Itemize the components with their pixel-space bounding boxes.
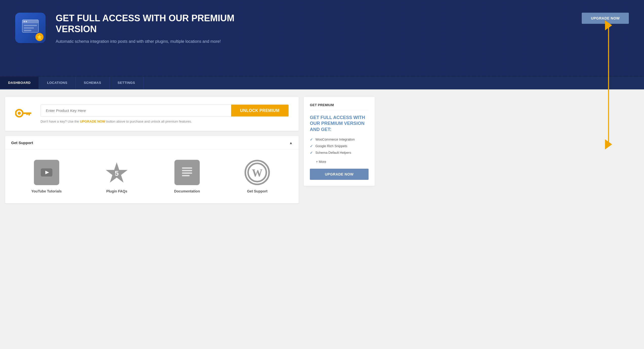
support-grid: YouTube Tutorials 5 Plugin FAQs [5,150,299,203]
svg-rect-17 [182,167,192,169]
support-item-faqs[interactable]: 5 Plugin FAQs [86,160,148,193]
sidebar-card-title: Get Premium [310,103,369,110]
product-key-input[interactable] [41,105,231,117]
key-input-area: UNLOCK PREMIUM Don't have a key? Use the… [41,105,289,123]
nav-bar: DASHBOARD LOCATIONS SCHEMAS SETTINGS [0,76,644,89]
key-icon [15,107,33,121]
documentation-icon [174,160,200,185]
hero-subtitle: Automatic schema integration into posts … [56,38,263,45]
hero-title: GET FULL ACCESS WITH OUR PREMIUM VERSION [56,13,263,34]
support-section-title: Get Support [11,141,33,145]
sidebar-feature-item-3: ✓ Schema Default Helpers [310,151,369,155]
svg-rect-4 [24,25,37,26]
main-content: UNLOCK PREMIUM Don't have a key? Use the… [0,89,380,211]
support-toggle-icon: ▲ [289,141,293,145]
nav-item-dashboard[interactable]: DASHBOARD [0,77,39,89]
premium-sidebar-card: Get Premium GET FULL ACCESS WITH OUR PRE… [304,97,375,186]
hero-text-block: GET FULL ACCESS WITH OUR PREMIUM VERSION… [56,13,263,45]
youtube-icon [34,160,59,185]
feature-label-3: Schema Default Helpers [315,151,351,154]
star-icon: 5 [104,160,129,185]
youtube-label: YouTube Tutorials [31,189,62,193]
nav-item-schemas[interactable]: SCHEMAS [76,77,110,89]
svg-rect-20 [182,175,190,176]
docs-label: Documentation [174,189,200,193]
svg-point-3 [26,21,27,22]
premium-badge-icon: ⭐ [35,33,44,41]
sidebar-premium-heading: GET FULL ACCESS WITH OUR PREMIUM VERSION… [310,115,369,132]
svg-text:W: W [252,167,263,179]
faqs-label: Plugin FAQs [106,189,127,193]
plugin-icon: ⭐ [15,13,46,43]
sidebar-feature-item-1: ✓ WooCommerce Integration [310,138,369,142]
sidebar-upgrade-button[interactable]: UPGRADE NOW [310,169,369,180]
license-card: UNLOCK PREMIUM Don't have a key? Use the… [5,97,299,131]
wordpress-icon: W [245,160,270,185]
support-label: Get Support [247,189,268,193]
upgrade-now-link[interactable]: UPGRADE NOW [80,120,105,123]
support-section-header[interactable]: Get Support ▲ [5,136,299,150]
feature-label-2: Google Rich Snippets [315,144,347,148]
svg-rect-11 [26,112,28,115]
svg-point-2 [24,21,25,22]
check-icon-3: ✓ [310,151,313,155]
content-sidebar: Get Premium GET FULL ACCESS WITH OUR PRE… [304,97,375,203]
svg-point-8 [18,112,21,115]
support-card: Get Support ▲ YouTube Tutorials [5,136,299,203]
svg-rect-18 [182,170,192,171]
check-icon-2: ✓ [310,144,313,148]
support-item-docs[interactable]: Documentation [156,160,218,193]
hero-upgrade-button[interactable]: UPGRADE NOW [582,13,629,24]
svg-text:5: 5 [115,169,119,177]
unlock-premium-button[interactable]: UNLOCK PREMIUM [231,105,289,117]
svg-rect-19 [182,172,192,174]
nav-item-settings[interactable]: SETTINGS [110,77,144,89]
svg-rect-10 [28,112,30,115]
hero-content: ⭐ GET FULL ACCESS WITH OUR PREMIUM VERSI… [0,0,278,57]
key-input-row: UNLOCK PREMIUM [41,105,289,117]
support-item-youtube[interactable]: YouTube Tutorials [15,160,78,193]
support-item-wp[interactable]: W Get Support [226,160,289,193]
svg-rect-5 [24,27,34,29]
sidebar-more-label: + More [310,160,369,164]
license-key-note: Don't have a key? Use the UPGRADE NOW bu… [41,120,289,123]
sidebar-features-list: ✓ WooCommerce Integration ✓ Google Rich … [310,138,369,155]
note-suffix: button above to purchase and unlock all … [105,120,192,123]
feature-label-1: WooCommerce Integration [315,138,355,141]
hero-banner: ⭐ GET FULL ACCESS WITH OUR PREMIUM VERSI… [0,0,644,76]
svg-rect-6 [24,30,31,31]
sidebar-feature-item-2: ✓ Google Rich Snippets [310,144,369,148]
note-prefix: Don't have a key? Use the [41,120,80,123]
check-icon-1: ✓ [310,138,313,142]
content-left: UNLOCK PREMIUM Don't have a key? Use the… [5,97,299,203]
nav-item-locations[interactable]: LOCATIONS [39,77,76,89]
